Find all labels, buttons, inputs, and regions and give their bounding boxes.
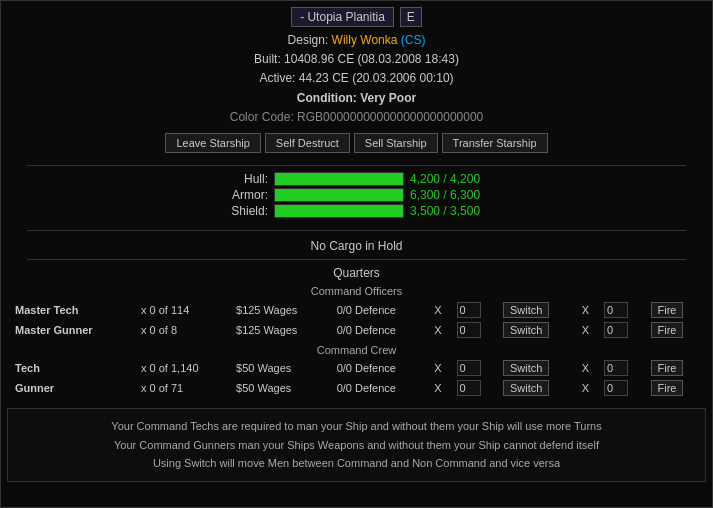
armor-row: Armor: 6,300 / 6,300 xyxy=(7,188,706,202)
divider-3 xyxy=(27,259,686,260)
hull-label: Hull: xyxy=(213,172,268,186)
transfer-starship-button[interactable]: Transfer Starship xyxy=(442,133,548,153)
fire-cell: Fire xyxy=(647,320,707,340)
crew-defence: 0/0 Defence xyxy=(333,358,431,378)
fire-button[interactable]: Fire xyxy=(651,380,684,396)
fire-button[interactable]: Fire xyxy=(651,322,684,338)
main-container: - Utopia Planitia E Design: Willy Wonka … xyxy=(0,0,713,508)
crew-count: x 0 of 1,140 xyxy=(137,358,232,378)
designer-name: Willy Wonka xyxy=(332,33,398,47)
cs-tag: (CS) xyxy=(401,33,426,47)
stats-section: Hull: 4,200 / 4,200 Armor: 6,300 / 6,300… xyxy=(7,170,706,220)
switch-cell-1: Switch xyxy=(499,320,578,340)
fire-cell: Fire xyxy=(647,358,707,378)
shield-label: Shield: xyxy=(213,204,268,218)
input-cell-1 xyxy=(453,358,499,378)
x-label-1: X xyxy=(430,378,452,398)
x-label-1: X xyxy=(430,300,452,320)
crew-input-2[interactable] xyxy=(604,302,628,318)
input-cell-1 xyxy=(453,378,499,398)
color-code-line: Color Code: RGB000000000000000000000000 xyxy=(7,108,706,127)
crew-wages: $125 Wages xyxy=(232,320,333,340)
crew-input-2[interactable] xyxy=(604,380,628,396)
quarters-title: Quarters xyxy=(7,266,706,280)
crew-name: Gunner xyxy=(7,378,137,398)
hull-bar-container xyxy=(274,172,404,186)
crew-wages: $125 Wages xyxy=(232,300,333,320)
switch-cell-1: Switch xyxy=(499,378,578,398)
crew-name: Master Tech xyxy=(7,300,137,320)
active-line: Active: 44.23 CE (20.03.2006 00:10) xyxy=(7,69,706,88)
crew-row: Master Gunner x 0 of 8 $125 Wages 0/0 De… xyxy=(7,320,706,340)
hull-bar xyxy=(275,173,403,185)
fire-cell: Fire xyxy=(647,378,707,398)
armor-label: Armor: xyxy=(213,188,268,202)
crew-count: x 0 of 114 xyxy=(137,300,232,320)
leave-starship-button[interactable]: Leave Starship xyxy=(165,133,260,153)
armor-bar xyxy=(275,189,403,201)
action-buttons: Leave Starship Self Destruct Sell Starsh… xyxy=(7,133,706,153)
shield-bar-container xyxy=(274,204,404,218)
e-button[interactable]: E xyxy=(400,7,422,27)
crew-defence: 0/0 Defence xyxy=(333,300,431,320)
x-label-2: X xyxy=(578,358,600,378)
crew-input-1[interactable] xyxy=(457,322,481,338)
info-box: Your Command Techs are required to man y… xyxy=(7,408,706,482)
input-cell-2 xyxy=(600,358,646,378)
x-label-2: X xyxy=(578,320,600,340)
crew-name: Tech xyxy=(7,358,137,378)
info-line-2: Your Command Gunners man your Ships Weap… xyxy=(20,436,693,455)
fire-button[interactable]: Fire xyxy=(651,360,684,376)
condition-line: Condition: Very Poor xyxy=(7,89,706,108)
crew-row: Master Tech x 0 of 114 $125 Wages 0/0 De… xyxy=(7,300,706,320)
switch-button-1[interactable]: Switch xyxy=(503,380,549,396)
no-cargo-label: No Cargo in Hold xyxy=(7,239,706,253)
crew-table: Master Tech x 0 of 114 $125 Wages 0/0 De… xyxy=(7,300,706,398)
crew-row: Tech x 0 of 1,140 $50 Wages 0/0 Defence … xyxy=(7,358,706,378)
crew-defence: 0/0 Defence xyxy=(333,378,431,398)
x-label-2: X xyxy=(578,378,600,398)
input-cell-2 xyxy=(600,378,646,398)
crew-input-1[interactable] xyxy=(457,302,481,318)
crew-input-1[interactable] xyxy=(457,380,481,396)
command-officers-title: Command Officers xyxy=(7,285,706,297)
switch-cell-1: Switch xyxy=(499,358,578,378)
switch-button-1[interactable]: Switch xyxy=(503,360,549,376)
divider-1 xyxy=(27,165,686,166)
design-line: Design: Willy Wonka (CS) xyxy=(7,31,706,50)
crew-wages: $50 Wages xyxy=(232,378,333,398)
info-section: Design: Willy Wonka (CS) Built: 10408.96… xyxy=(7,31,706,127)
x-label-2: X xyxy=(578,300,600,320)
crew-input-2[interactable] xyxy=(604,360,628,376)
input-cell-2 xyxy=(600,320,646,340)
input-cell-2 xyxy=(600,300,646,320)
top-bar: - Utopia Planitia E xyxy=(7,7,706,27)
crew-row: Gunner x 0 of 71 $50 Wages 0/0 Defence X… xyxy=(7,378,706,398)
shield-row: Shield: 3,500 / 3,500 xyxy=(7,204,706,218)
divider-2 xyxy=(27,230,686,231)
switch-button-1[interactable]: Switch xyxy=(503,322,549,338)
crew-count: x 0 of 71 xyxy=(137,378,232,398)
crew-input-1[interactable] xyxy=(457,360,481,376)
crew-wages: $50 Wages xyxy=(232,358,333,378)
location-button[interactable]: - Utopia Planitia xyxy=(291,7,394,27)
command-crew-header-row: Command Crew xyxy=(7,340,706,358)
fire-button[interactable]: Fire xyxy=(651,302,684,318)
input-cell-1 xyxy=(453,320,499,340)
sell-starship-button[interactable]: Sell Starship xyxy=(354,133,438,153)
design-label: Design: xyxy=(288,33,329,47)
crew-defence: 0/0 Defence xyxy=(333,320,431,340)
hull-row: Hull: 4,200 / 4,200 xyxy=(7,172,706,186)
hull-value: 4,200 / 4,200 xyxy=(410,172,500,186)
switch-button-1[interactable]: Switch xyxy=(503,302,549,318)
info-line-3: Using Switch will move Men between Comma… xyxy=(20,454,693,473)
shield-value: 3,500 / 3,500 xyxy=(410,204,500,218)
built-line: Built: 10408.96 CE (08.03.2008 18:43) xyxy=(7,50,706,69)
info-line-1: Your Command Techs are required to man y… xyxy=(20,417,693,436)
crew-name: Master Gunner xyxy=(7,320,137,340)
shield-bar xyxy=(275,205,403,217)
switch-cell-1: Switch xyxy=(499,300,578,320)
self-destruct-button[interactable]: Self Destruct xyxy=(265,133,350,153)
crew-input-2[interactable] xyxy=(604,322,628,338)
crew-count: x 0 of 8 xyxy=(137,320,232,340)
